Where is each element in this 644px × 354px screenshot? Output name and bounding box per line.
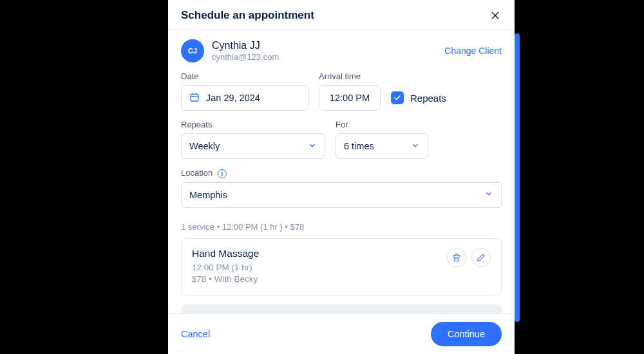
repeats-for-row: Repeats Weekly For 6 times <box>181 120 502 159</box>
location-select[interactable]: Memphis <box>181 182 502 208</box>
service-actions <box>447 248 491 267</box>
arrival-value: 12:00 PM <box>330 93 370 103</box>
date-arrival-row: Date Jan 29, 2024 Arrival time 12:00 PM <box>181 71 502 111</box>
schedule-appointment-modal: Schedule an appointment CJ Cynthia JJ cy… <box>168 0 515 354</box>
edit-service-button[interactable] <box>471 248 491 267</box>
arrival-label: Arrival time <box>319 71 381 81</box>
date-input[interactable]: Jan 29, 2024 <box>181 85 308 111</box>
service-card: Hand Massage 12:00 PM (1 hr) $78 • With … <box>181 238 502 296</box>
service-details: Hand Massage 12:00 PM (1 hr) $78 • With … <box>192 248 259 286</box>
check-icon <box>393 94 401 102</box>
close-icon <box>490 10 500 21</box>
location-value: Memphis <box>189 190 227 200</box>
for-label: For <box>336 120 428 129</box>
modal-footer: Cancel Continue <box>168 313 515 354</box>
cancel-button[interactable]: Cancel <box>181 329 210 339</box>
client-info: Cynthia JJ cynthia@123.com <box>212 40 437 62</box>
for-value: 6 times <box>344 141 374 151</box>
client-email: cynthia@123.com <box>212 52 437 62</box>
repeats-checkbox-wrap: Repeats <box>391 85 446 111</box>
change-client-link[interactable]: Change Client <box>444 46 502 56</box>
modal-title: Schedule an appointment <box>181 9 314 22</box>
repeats-value: Weekly <box>189 141 220 151</box>
service-name: Hand Massage <box>192 248 259 259</box>
location-field: Location i Memphis <box>181 168 502 208</box>
info-icon[interactable]: i <box>218 169 227 178</box>
location-label-text: Location <box>181 168 213 178</box>
chevron-down-icon <box>484 189 493 200</box>
delete-service-button[interactable] <box>447 248 466 267</box>
location-label: Location i <box>181 168 502 178</box>
arrival-input[interactable]: 12:00 PM <box>319 85 381 111</box>
date-field: Date Jan 29, 2024 <box>181 71 308 111</box>
avatar: CJ <box>181 39 204 62</box>
close-button[interactable] <box>489 9 502 22</box>
repeats-label: Repeats <box>181 120 325 129</box>
date-value: Jan 29, 2024 <box>206 93 260 103</box>
client-name: Cynthia JJ <box>212 40 437 51</box>
scrollbar[interactable] <box>515 33 520 322</box>
calendar-icon <box>189 92 200 104</box>
modal-body: CJ Cynthia JJ cynthia@123.com Change Cli… <box>168 30 515 313</box>
repeats-select[interactable]: Weekly <box>181 133 325 159</box>
for-select[interactable]: 6 times <box>336 133 428 159</box>
repeats-checkbox[interactable] <box>391 91 404 104</box>
repeats-field: Repeats Weekly <box>181 120 325 159</box>
arrival-field: Arrival time 12:00 PM <box>319 71 381 111</box>
service-time: 12:00 PM (1 hr) <box>192 262 259 274</box>
for-field: For 6 times <box>336 120 428 159</box>
svg-rect-2 <box>191 94 198 101</box>
date-label: Date <box>181 71 308 81</box>
client-row: CJ Cynthia JJ cynthia@123.com Change Cli… <box>181 39 502 62</box>
modal-header: Schedule an appointment <box>168 0 515 30</box>
add-another-service-button[interactable]: Add Another Service <box>181 304 502 313</box>
services-summary: 1 service • 12:00 PM (1 hr ) • $78 <box>181 222 502 232</box>
trash-icon <box>452 253 461 262</box>
pencil-icon <box>477 253 486 262</box>
repeats-checkbox-label: Repeats <box>410 93 446 104</box>
chevron-down-icon <box>308 141 317 152</box>
chevron-down-icon <box>411 141 420 152</box>
continue-button[interactable]: Continue <box>431 322 502 346</box>
service-price-staff: $78 • With Becky <box>192 274 259 286</box>
